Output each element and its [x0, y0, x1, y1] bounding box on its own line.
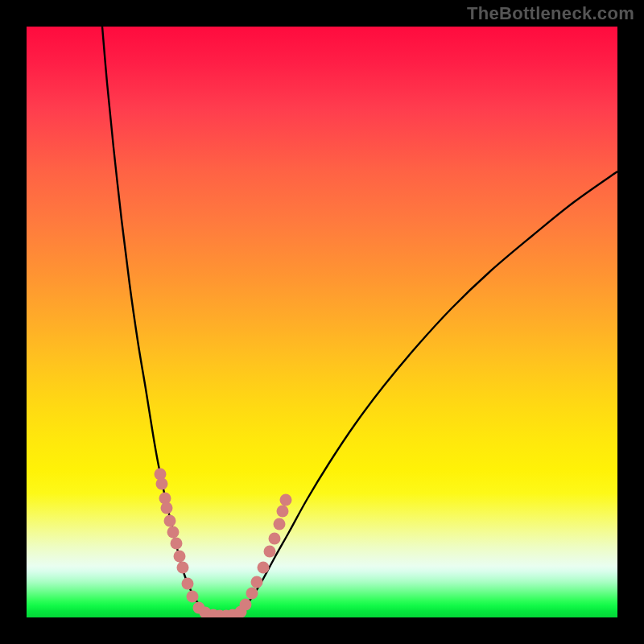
data-dot	[182, 578, 194, 590]
data-dot	[161, 502, 173, 514]
data-dot	[174, 551, 186, 563]
data-dot	[167, 526, 180, 539]
data-dot	[171, 538, 183, 550]
data-dot	[269, 533, 281, 545]
data-dot	[274, 518, 286, 530]
data-dot	[280, 494, 292, 506]
data-dot	[240, 599, 252, 611]
data-dot	[277, 506, 289, 518]
bottleneck-curve-left	[102, 27, 208, 613]
data-dot	[246, 588, 258, 600]
chart-frame: TheBottleneck.com	[0, 0, 644, 644]
data-dot	[156, 478, 168, 490]
data-dot	[187, 591, 199, 603]
watermark-text: TheBottleneck.com	[467, 3, 634, 24]
data-dot	[258, 562, 270, 574]
data-dot	[264, 546, 276, 558]
data-dot	[177, 562, 189, 574]
overlay-dots-group	[155, 469, 292, 618]
data-dot	[164, 515, 176, 527]
curve-svg	[27, 27, 617, 617]
data-dot	[251, 576, 263, 588]
bottleneck-curve-right	[239, 171, 617, 613]
plot-area	[27, 27, 617, 617]
